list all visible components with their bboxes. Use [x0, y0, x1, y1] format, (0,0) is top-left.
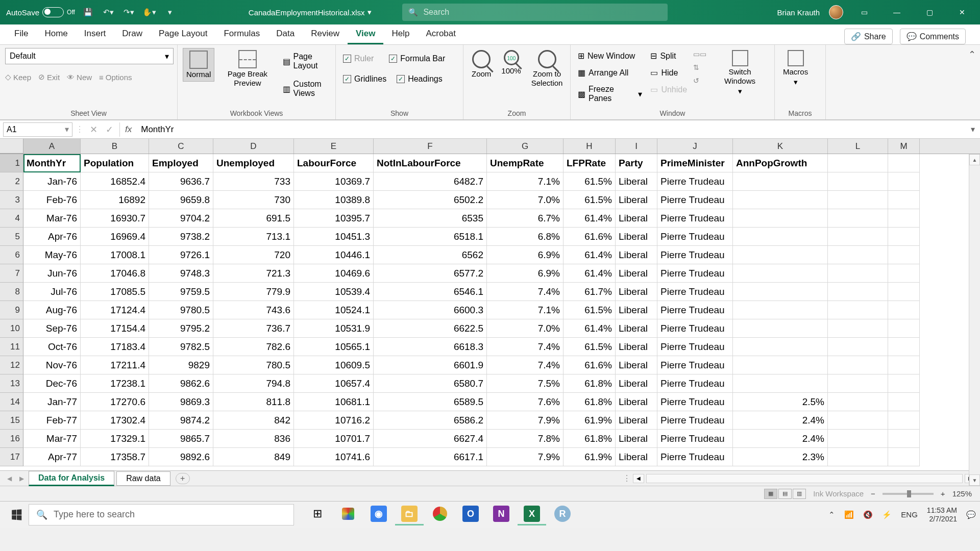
- row-header[interactable]: 8: [0, 283, 23, 301]
- cell[interactable]: [828, 319, 888, 338]
- cell[interactable]: 17154.4: [81, 319, 149, 338]
- cell[interactable]: Liberal: [616, 430, 657, 448]
- column-header[interactable]: F: [374, 139, 487, 154]
- row-header[interactable]: 4: [0, 209, 23, 228]
- cell[interactable]: [828, 209, 888, 228]
- cell[interactable]: Liberal: [616, 393, 657, 411]
- cell[interactable]: 2.3%: [733, 448, 828, 466]
- undo-icon[interactable]: ↶▾: [102, 5, 116, 19]
- cell[interactable]: 849: [213, 448, 294, 466]
- cell[interactable]: 61.4%: [564, 246, 616, 264]
- cell[interactable]: 743.6: [213, 301, 294, 319]
- cell[interactable]: [888, 246, 920, 264]
- cell[interactable]: Dec-76: [23, 374, 81, 393]
- row-header[interactable]: 6: [0, 246, 23, 264]
- row-header[interactable]: 11: [0, 338, 23, 356]
- cell[interactable]: Aug-76: [23, 301, 81, 319]
- excel-icon[interactable]: X: [518, 504, 546, 525]
- share-button[interactable]: 🔗Share: [844, 29, 893, 44]
- custom-views-button[interactable]: ▥Custom Views: [281, 79, 330, 99]
- cell[interactable]: Party: [616, 154, 657, 172]
- cell[interactable]: [888, 448, 920, 466]
- cell[interactable]: 721.3: [213, 264, 294, 283]
- collapse-ribbon-button[interactable]: ⌃: [964, 45, 980, 119]
- cell[interactable]: 61.5%: [564, 301, 616, 319]
- cell[interactable]: Sep-76: [23, 319, 81, 338]
- cell[interactable]: 7.0%: [487, 319, 564, 338]
- column-header[interactable]: I: [616, 139, 657, 154]
- cell[interactable]: Pierre Trudeau: [657, 172, 733, 191]
- cell[interactable]: [828, 191, 888, 209]
- cell[interactable]: [828, 356, 888, 374]
- cell[interactable]: [733, 301, 828, 319]
- cell[interactable]: 10539.4: [294, 283, 374, 301]
- cell[interactable]: [733, 264, 828, 283]
- cell[interactable]: NotInLabourForce: [374, 154, 487, 172]
- cell[interactable]: 16969.4: [81, 228, 149, 246]
- cell[interactable]: 61.4%: [564, 264, 616, 283]
- cell[interactable]: Pierre Trudeau: [657, 430, 733, 448]
- cell[interactable]: 9892.6: [149, 448, 213, 466]
- cell[interactable]: Pierre Trudeau: [657, 264, 733, 283]
- cell[interactable]: 61.9%: [564, 411, 616, 430]
- freeze-panes-button[interactable]: ▩Freeze Panes ▾: [576, 84, 644, 104]
- cell[interactable]: 17183.4: [81, 338, 149, 356]
- cell[interactable]: [888, 191, 920, 209]
- sheet-tab[interactable]: Raw data: [116, 471, 170, 486]
- cell[interactable]: Apr-76: [23, 228, 81, 246]
- cell[interactable]: 9862.6: [149, 374, 213, 393]
- cell[interactable]: 10657.4: [294, 374, 374, 393]
- cell[interactable]: LFPRate: [564, 154, 616, 172]
- cell[interactable]: 9704.2: [149, 209, 213, 228]
- sheet-nav-prev[interactable]: ◀: [4, 475, 14, 482]
- cell[interactable]: Pierre Trudeau: [657, 301, 733, 319]
- cell[interactable]: Feb-77: [23, 411, 81, 430]
- cell[interactable]: Unemployed: [213, 154, 294, 172]
- column-header[interactable]: M: [888, 139, 920, 154]
- cell[interactable]: 6580.7: [374, 374, 487, 393]
- cell[interactable]: Pierre Trudeau: [657, 448, 733, 466]
- page-break-preview-button[interactable]: Page Break Preview: [218, 48, 276, 90]
- cell[interactable]: 9748.3: [149, 264, 213, 283]
- cell[interactable]: 6.7%: [487, 209, 564, 228]
- column-header[interactable]: K: [733, 139, 828, 154]
- cell[interactable]: Liberal: [616, 191, 657, 209]
- cell[interactable]: Jan-77: [23, 393, 81, 411]
- cell[interactable]: [828, 301, 888, 319]
- cell[interactable]: 9874.2: [149, 411, 213, 430]
- cell[interactable]: Jun-76: [23, 264, 81, 283]
- cell[interactable]: 7.5%: [487, 374, 564, 393]
- cell[interactable]: 10701.7: [294, 430, 374, 448]
- row-header[interactable]: 2: [0, 172, 23, 191]
- cell[interactable]: 9726.1: [149, 246, 213, 264]
- cell[interactable]: [733, 356, 828, 374]
- cell[interactable]: 9795.2: [149, 319, 213, 338]
- ribbon-tab-insert[interactable]: Insert: [76, 24, 114, 44]
- cell[interactable]: Liberal: [616, 283, 657, 301]
- cell[interactable]: Liberal: [616, 319, 657, 338]
- zoom-button[interactable]: Zoom: [469, 48, 494, 81]
- expand-formula-icon[interactable]: ▾: [966, 124, 980, 134]
- cell[interactable]: Pierre Trudeau: [657, 393, 733, 411]
- cell[interactable]: 6535: [374, 209, 487, 228]
- cell[interactable]: 9782.5: [149, 338, 213, 356]
- spreadsheet-grid[interactable]: ABCDEFGHIJKLM 1MonthYrPopulationEmployed…: [0, 139, 980, 470]
- cell[interactable]: 9865.7: [149, 430, 213, 448]
- cell[interactable]: Liberal: [616, 209, 657, 228]
- row-header[interactable]: 3: [0, 191, 23, 209]
- cell[interactable]: [733, 172, 828, 191]
- cell[interactable]: 10524.1: [294, 301, 374, 319]
- column-header[interactable]: L: [828, 139, 888, 154]
- autosave-toggle[interactable]: AutoSave Off: [6, 7, 75, 17]
- row-header[interactable]: 1: [0, 154, 23, 172]
- select-all-corner[interactable]: [0, 139, 23, 154]
- cell[interactable]: 7.0%: [487, 191, 564, 209]
- page-layout-button[interactable]: ▤Page Layout: [281, 51, 330, 71]
- customize-qat-icon[interactable]: ▾: [163, 5, 177, 19]
- cell[interactable]: [733, 246, 828, 264]
- cell[interactable]: [888, 154, 920, 172]
- cell[interactable]: 6.9%: [487, 246, 564, 264]
- cell[interactable]: [733, 283, 828, 301]
- ribbon-tab-formulas[interactable]: Formulas: [215, 24, 268, 44]
- task-view-icon[interactable]: ⊞: [303, 504, 332, 525]
